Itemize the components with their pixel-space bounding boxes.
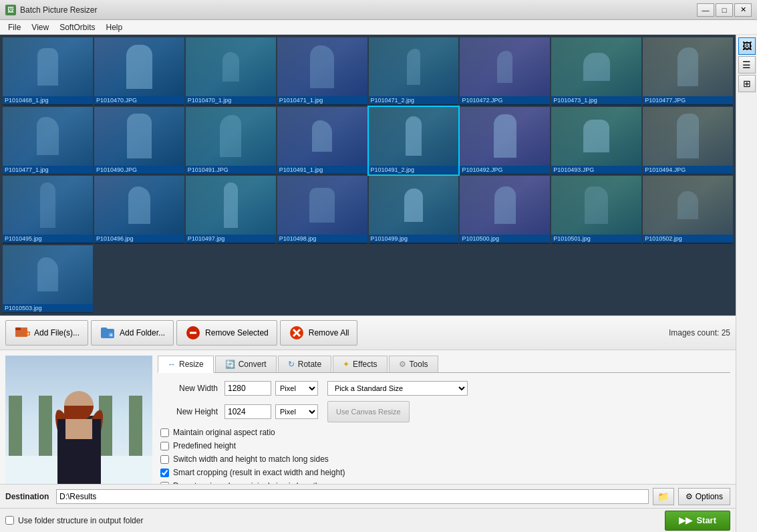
thumbnail-area: P1010468_1.jpgP1010470.JPGP1010470_1.jpg… xyxy=(0,35,736,315)
thumbnail-item[interactable]: P1010471_2.jpg xyxy=(369,37,459,106)
tools-tab-icon: ⚙ xyxy=(399,360,406,369)
thumbnail-item[interactable]: P1010490.JPG xyxy=(94,107,184,175)
start-label: Start xyxy=(696,515,716,525)
use-folder-checkbox[interactable] xyxy=(5,516,14,525)
thumbnail-item[interactable]: P1010477.JPG xyxy=(643,37,733,106)
list-view-icon: ☰ xyxy=(742,59,751,70)
thumbnail-item[interactable]: P1010473_1.jpg xyxy=(551,37,641,106)
standard-size-select[interactable]: Pick a Standard Size 800x600 1024x768 12… xyxy=(327,381,468,396)
height-unit-select[interactable]: Pixel Percent Cm Inch xyxy=(275,404,318,419)
width-label: New Width xyxy=(160,384,220,393)
remove-selected-icon xyxy=(185,325,201,341)
thumbnail-item[interactable]: P1010503.jpg xyxy=(3,245,93,313)
use-folder-structure-row: Use folder structure in output folder xyxy=(5,516,143,525)
thumbnail-label: P1010477_1.jpg xyxy=(3,166,93,174)
thumbnail-item[interactable]: P1010470_1.jpg xyxy=(186,37,276,106)
grid-view-icon: ⊞ xyxy=(743,78,751,89)
remove-selected-button[interactable]: Remove Selected xyxy=(176,320,277,346)
thumbnail-label: P1010495.jpg xyxy=(3,235,93,243)
smart-cropping-checkbox[interactable] xyxy=(160,469,169,477)
tab-tools[interactable]: ⚙ Tools xyxy=(389,356,438,372)
rotate-tab-label: Rotate xyxy=(298,360,321,369)
thumbnail-item[interactable]: P1010492.JPG xyxy=(460,107,550,175)
tab-rotate[interactable]: ↻ Rotate xyxy=(278,356,331,372)
height-row: New Height Pixel Percent Cm Inch Use Can… xyxy=(160,401,728,422)
thumbnail-item[interactable]: P1010496.jpg xyxy=(94,176,184,244)
thumbnail-item[interactable]: P1010494.JPG xyxy=(643,107,733,175)
preview-canvas xyxy=(5,356,152,484)
settings-content: New Width Pixel Percent Cm Inch Pick a S… xyxy=(158,378,730,484)
tab-convert[interactable]: 🔄 Convert xyxy=(215,356,277,372)
thumbnail-label: P1010491.JPG xyxy=(186,166,276,174)
maintain-aspect-row: Maintain original aspect ratio xyxy=(160,428,728,437)
thumbnail-item[interactable]: P1010500.jpg xyxy=(460,176,550,244)
rotate-tab-icon: ↻ xyxy=(288,360,295,369)
menu-softorbits[interactable]: SoftOrbits xyxy=(54,21,100,33)
thumbnail-item[interactable]: P1010491_1.jpg xyxy=(277,107,367,175)
maximize-button[interactable]: □ xyxy=(716,3,733,17)
use-folder-label: Use folder structure in output folder xyxy=(18,516,143,525)
destination-label: Destination xyxy=(5,492,52,501)
options-button[interactable]: ⚙ Options xyxy=(678,488,730,505)
thumbnail-item[interactable]: P1010468_1.jpg xyxy=(3,37,93,106)
remove-all-label: Remove All xyxy=(309,328,349,338)
thumbnail-item[interactable]: P1010470.JPG xyxy=(94,37,184,106)
thumbnail-label: P1010473_1.jpg xyxy=(551,96,641,104)
thumbnail-item[interactable]: P1010501.jpg xyxy=(551,176,641,244)
thumbnail-item[interactable]: P1010477_1.jpg xyxy=(3,107,93,175)
start-icon: ▶▶ xyxy=(679,515,692,525)
destination-input[interactable] xyxy=(56,489,649,504)
add-folder-icon: + xyxy=(100,325,116,341)
thumbnail-item[interactable]: P1010499.jpg xyxy=(369,176,459,244)
predefined-height-row: Predefined height xyxy=(160,441,728,450)
thumbnail-view-icon: 🖼 xyxy=(742,41,752,51)
menu-help[interactable]: Help xyxy=(101,21,128,33)
thumbnail-item[interactable]: P1010502.jpg xyxy=(643,176,733,244)
thumbnail-item[interactable]: P1010498.jpg xyxy=(277,176,367,244)
thumbnail-item[interactable]: P1010493.JPG xyxy=(551,107,641,175)
add-folder-label: Add Folder... xyxy=(120,328,165,338)
switch-dimensions-label: Switch width and height to match long si… xyxy=(173,454,329,464)
list-view-button[interactable]: ☰ xyxy=(738,56,756,74)
add-files-button[interactable]: + Add File(s)... xyxy=(5,320,88,346)
minimize-button[interactable]: — xyxy=(697,3,714,17)
preview-container xyxy=(5,356,152,484)
switch-dimensions-checkbox[interactable] xyxy=(160,455,169,464)
smart-cropping-label: Smart cropping (result in exact width an… xyxy=(173,468,345,477)
thumbnail-label: P1010491_2.jpg xyxy=(369,166,459,174)
svg-text:+: + xyxy=(110,332,113,338)
right-sidebar: 🖼 ☰ ⊞ xyxy=(736,35,757,532)
tools-tab-label: Tools xyxy=(410,360,428,369)
tab-resize[interactable]: ↔ Resize xyxy=(158,356,214,373)
thumbnail-item[interactable]: P1010497.jpg xyxy=(186,176,276,244)
thumbnail-label: P1010492.JPG xyxy=(460,166,550,174)
thumbnail-item[interactable]: P1010491_2.jpg xyxy=(369,107,459,175)
maintain-aspect-checkbox[interactable] xyxy=(160,428,169,437)
width-input[interactable] xyxy=(224,381,271,396)
height-input[interactable] xyxy=(224,404,271,419)
add-files-label: Add File(s)... xyxy=(34,328,80,338)
thumbnail-item[interactable]: P1010471_1.jpg xyxy=(277,37,367,106)
thumbnail-item[interactable]: P1010495.jpg xyxy=(3,176,93,244)
add-folder-button[interactable]: + Add Folder... xyxy=(91,320,174,346)
close-button[interactable]: ✕ xyxy=(734,3,752,17)
toolbar: + Add File(s)... + Add Folder... xyxy=(0,315,736,350)
width-unit-select[interactable]: Pixel Percent Cm Inch xyxy=(275,381,318,396)
start-button[interactable]: ▶▶ Start xyxy=(665,511,730,531)
browse-destination-button[interactable]: 📁 xyxy=(653,488,674,505)
predefined-height-checkbox[interactable] xyxy=(160,442,169,450)
thumbnail-grid[interactable]: P1010468_1.jpgP1010470.JPGP1010470_1.jpg… xyxy=(0,35,736,315)
thumbnail-label: P1010470_1.jpg xyxy=(186,96,276,104)
thumbnail-item[interactable]: P1010472.JPG xyxy=(460,37,550,106)
grid-view-button[interactable]: ⊞ xyxy=(738,75,756,92)
tab-effects[interactable]: ✦ Effects xyxy=(333,356,387,372)
thumbnail-item[interactable]: P1010491.JPG xyxy=(186,107,276,175)
thumbnail-label: P1010501.jpg xyxy=(551,235,641,243)
remove-all-button[interactable]: Remove All xyxy=(280,320,358,346)
menu-file[interactable]: File xyxy=(3,21,26,33)
use-canvas-button[interactable]: Use Canvas Resize xyxy=(327,401,410,422)
thumbnail-label: P1010490.JPG xyxy=(94,166,184,174)
thumbnail-view-button[interactable]: 🖼 xyxy=(738,37,756,55)
convert-tab-icon: 🔄 xyxy=(225,360,235,369)
menu-view[interactable]: View xyxy=(26,21,54,33)
